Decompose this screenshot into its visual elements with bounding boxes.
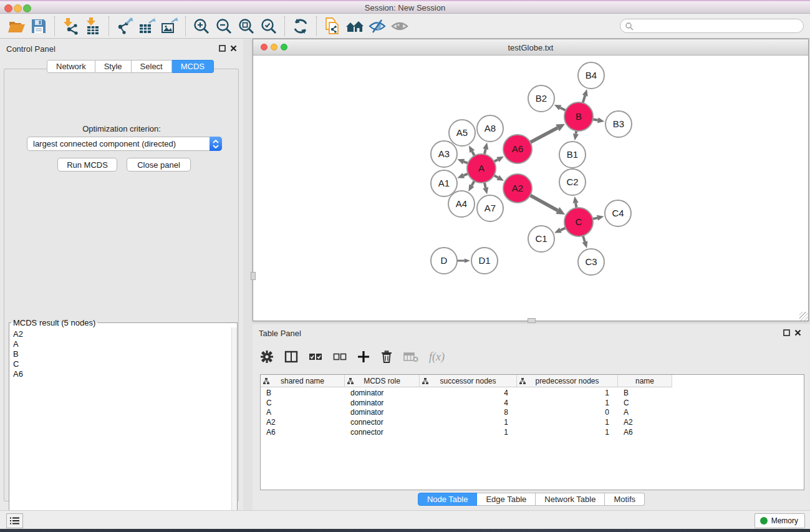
result-item[interactable]: A6: [9, 369, 231, 379]
table-row[interactable]: Bdominator41B: [261, 389, 804, 399]
window-title: Session: New Session: [0, 3, 810, 12]
cell-name: A2: [618, 418, 672, 428]
table-row[interactable]: Adominator80A: [261, 408, 804, 418]
node-table[interactable]: shared nameMCDS rolesuccessor nodesprede…: [260, 374, 804, 490]
mcds-result-list[interactable]: A2ABCA6: [9, 327, 231, 532]
toolbar-separator: [284, 16, 285, 36]
tab-edge-table[interactable]: Edge Table: [477, 493, 536, 506]
node-label-A8: A8: [485, 123, 496, 133]
network-window-titlebar[interactable]: testGlobe.txt: [253, 39, 808, 56]
export-table-icon[interactable]: [136, 16, 158, 37]
memory-button[interactable]: Memory: [755, 513, 805, 528]
column-header-predecessor-nodes[interactable]: predecessor nodes: [517, 375, 618, 387]
zoom-selected-icon[interactable]: [258, 16, 280, 37]
tab-node-table[interactable]: Node Table: [418, 493, 478, 506]
arrowhead-icon: [457, 173, 465, 178]
node-label-A4: A4: [456, 198, 467, 209]
result-item[interactable]: A: [9, 339, 231, 349]
close-table-panel-icon[interactable]: [794, 329, 801, 336]
equation-builder-icon: f(x): [429, 351, 445, 364]
clone-network-icon[interactable]: [321, 16, 344, 37]
column-visibility-icon[interactable]: [284, 351, 298, 363]
result-item[interactable]: A2: [9, 329, 231, 339]
column-header-successor-nodes[interactable]: successor nodes: [420, 375, 517, 387]
cell-predecessor-nodes: 1: [517, 428, 618, 438]
cell-name: A: [618, 408, 672, 418]
table-row[interactable]: A6connector11A6: [261, 428, 804, 438]
tab-style[interactable]: Style: [95, 60, 132, 73]
cell-MCDS-role: dominator: [345, 399, 420, 409]
main-titlebar: Session: New Session: [0, 0, 810, 14]
toolbar-separator: [108, 16, 109, 36]
hide-selected-icon[interactable]: [366, 16, 388, 37]
run-mcds-button[interactable]: Run MCDS: [57, 158, 117, 172]
table-settings-icon[interactable]: [260, 350, 274, 364]
zoom-out-icon[interactable]: [213, 16, 235, 37]
close-panel-button[interactable]: Close panel: [127, 158, 191, 172]
resize-grip-icon[interactable]: [799, 312, 808, 321]
tab-select[interactable]: Select: [132, 60, 172, 73]
cell-shared-name: A2: [261, 418, 345, 428]
toolbar-separator: [185, 16, 186, 36]
arrowhead-icon: [573, 196, 579, 203]
task-history-button[interactable]: [6, 513, 23, 528]
export-image-icon[interactable]: [158, 16, 181, 37]
search-box[interactable]: [620, 19, 804, 33]
search-input[interactable]: [634, 22, 803, 31]
import-table-icon[interactable]: [82, 16, 104, 37]
export-network-icon[interactable]: [113, 16, 136, 37]
tab-mcds[interactable]: MCDS: [172, 60, 214, 73]
show-all-icon[interactable]: [388, 16, 411, 37]
table-row[interactable]: Cdominator41C: [261, 399, 804, 409]
cell-successor-nodes: 4: [420, 399, 517, 409]
open-session-icon[interactable]: [5, 16, 27, 37]
result-item[interactable]: C: [9, 359, 231, 369]
tab-network[interactable]: Network: [47, 60, 95, 73]
import-network-icon[interactable]: [59, 16, 82, 37]
column-header-MCDS-role[interactable]: MCDS role: [345, 375, 420, 387]
deselect-all-rows-icon[interactable]: [333, 353, 347, 360]
memory-status-icon: [760, 517, 768, 525]
cell-MCDS-role: dominator: [345, 389, 420, 399]
create-column-icon[interactable]: [357, 351, 370, 363]
float-panel-icon[interactable]: [219, 45, 226, 52]
memory-label: Memory: [771, 516, 798, 525]
bottom-splitter-handle[interactable]: [528, 318, 536, 323]
float-table-panel-icon[interactable]: [783, 329, 790, 336]
table-row[interactable]: A2connector11A2: [261, 418, 804, 428]
result-item[interactable]: B: [9, 349, 231, 359]
node-label-B3: B3: [613, 118, 624, 129]
cell-successor-nodes: 1: [420, 428, 517, 438]
criterion-dropdown[interactable]: largest connected component (directed): [27, 137, 222, 151]
optimization-criterion-label: Optimization criterion:: [0, 124, 243, 133]
reset-view-icon[interactable]: [344, 16, 366, 37]
left-splitter-handle[interactable]: [251, 272, 256, 280]
table-panel-title: Table Panel: [259, 329, 301, 338]
close-panel-icon[interactable]: [230, 45, 237, 52]
node-label-B4: B4: [586, 70, 597, 80]
zoom-fit-icon[interactable]: [235, 16, 258, 37]
cell-shared-name: C: [261, 399, 345, 409]
delete-columns-icon[interactable]: [380, 350, 393, 364]
network-canvas[interactable]: B4B2BB3A5A8A6A3AB1A1A2C2A4A7C4CC1DD1C3: [253, 56, 808, 321]
cell-predecessor-nodes: 1: [517, 418, 618, 428]
tab-network-table[interactable]: Network Table: [536, 493, 605, 506]
cell-name: C: [618, 399, 672, 409]
cell-MCDS-role: connector: [345, 418, 420, 428]
table-header-row: shared nameMCDS rolesuccessor nodesprede…: [261, 375, 672, 387]
result-scrollbar[interactable]: [231, 327, 237, 532]
tab-motifs[interactable]: Motifs: [605, 493, 645, 506]
refresh-layout-icon[interactable]: [289, 16, 312, 37]
zoom-in-icon[interactable]: [190, 16, 213, 37]
column-header-shared-name[interactable]: shared name: [261, 375, 345, 387]
node-label-A5: A5: [456, 127, 468, 138]
table-rows: Bdominator41BCdominator41CAdominator80AA…: [261, 389, 804, 437]
select-all-rows-icon[interactable]: [309, 353, 322, 360]
column-header-name[interactable]: name: [618, 375, 672, 387]
save-session-icon[interactable]: [27, 16, 50, 37]
node-label-A3: A3: [438, 148, 450, 159]
node-label-C2: C2: [566, 177, 578, 187]
node-label-C4: C4: [612, 208, 624, 218]
arrowhead-icon: [457, 159, 465, 165]
cell-shared-name: A: [261, 408, 345, 418]
